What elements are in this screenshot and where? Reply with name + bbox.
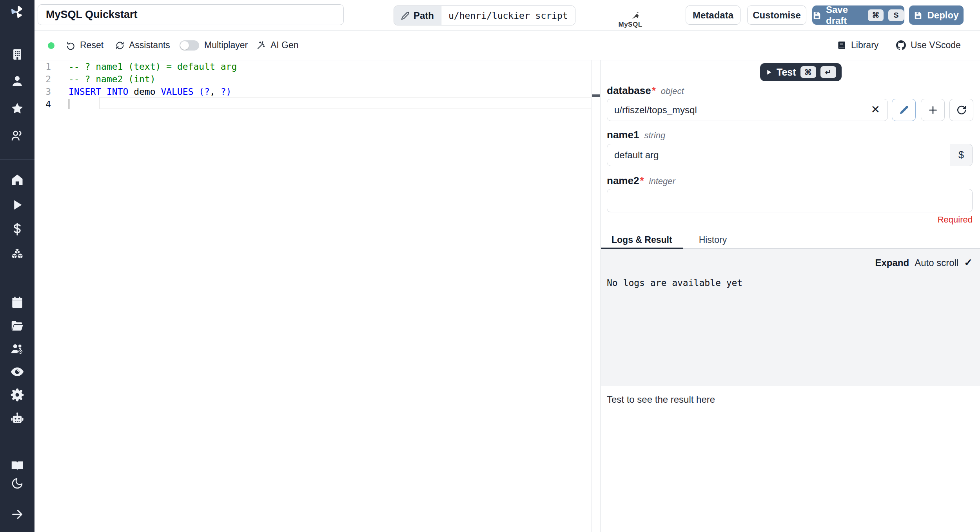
field-name: database [607, 85, 651, 97]
sidebar-item-home[interactable] [9, 172, 25, 188]
path-label: Path [414, 10, 434, 21]
database-input-wrap: ✕ [607, 99, 888, 121]
multiplayer-label-item[interactable]: Multiplayer [204, 31, 248, 60]
sidebar-item-audit-logs[interactable] [9, 364, 25, 380]
metadata-button[interactable]: Metadata [686, 5, 740, 25]
windmill-logo-icon[interactable] [9, 4, 25, 20]
save-draft-button[interactable]: Save draft ⌘ S [812, 5, 904, 25]
logs-empty-text: No logs are available yet [607, 278, 742, 288]
save-icon [813, 11, 821, 20]
mysql-logo-text: MySQL [618, 22, 642, 27]
current-line-highlight [99, 97, 624, 109]
path-button[interactable]: Path u/henri/luckier_script [394, 5, 575, 25]
sidebar-item-favorites[interactable] [9, 101, 25, 116]
edit-resource-button[interactable] [892, 99, 916, 121]
sql-keyword: INSERT INTO [69, 87, 128, 97]
name1-input-wrap: $ [607, 144, 973, 166]
save-draft-label: Save draft [826, 4, 863, 26]
sidebar-item-schedules[interactable] [9, 295, 25, 310]
sidebar-item-groups-admin[interactable] [9, 341, 25, 356]
overview-ruler-marker [592, 94, 600, 97]
reset-button[interactable]: Reset [67, 31, 103, 60]
database-resource-input[interactable] [607, 99, 888, 121]
sidebar-item-profile[interactable] [9, 73, 25, 89]
sidebar-item-variables[interactable] [9, 221, 25, 237]
field-type: string [644, 130, 665, 141]
multiplayer-toggle[interactable] [180, 40, 199, 51]
code-line-3: INSERT INTO demo VALUES (?, ?) [69, 85, 231, 98]
required-asterisk: * [640, 175, 644, 187]
kbd-cmd: ⌘ [868, 9, 884, 21]
play-icon [766, 69, 772, 76]
expand-logs-button[interactable]: Expand [875, 257, 909, 268]
sidebar-divider [0, 498, 34, 498]
multiplayer-label: Multiplayer [204, 40, 248, 51]
magic-wand-icon [257, 41, 266, 50]
insert-variable-button[interactable]: $ [950, 144, 972, 166]
code-line-2: -- ? name2 (int) [69, 73, 156, 85]
sidebar [0, 0, 34, 532]
dark-mode-toggle-icon[interactable] [9, 476, 25, 491]
path-label-segment[interactable]: Path [394, 6, 441, 25]
metadata-label: Metadata [693, 10, 733, 21]
add-resource-button[interactable] [921, 99, 945, 121]
line-number-active: 4 [34, 98, 51, 110]
auto-scroll-checkbox[interactable]: ✓ [964, 257, 973, 269]
clear-resource-icon[interactable]: ✕ [871, 104, 880, 116]
sidebar-item-workspace[interactable] [9, 47, 25, 62]
sidebar-item-settings[interactable] [9, 387, 25, 403]
text-cursor [69, 99, 69, 109]
field-name: name1 [607, 129, 639, 141]
sql-identifier: demo [128, 87, 161, 97]
sidebar-item-folders[interactable] [9, 318, 25, 333]
library-label: Library [851, 40, 878, 51]
script-title-input[interactable] [38, 4, 344, 25]
kbd-enter: ↵ [820, 66, 836, 78]
required-error: Required [938, 215, 973, 225]
test-label: Test [777, 67, 796, 78]
refresh-resource-button[interactable] [949, 99, 973, 121]
expand-sidebar-icon[interactable] [9, 507, 25, 522]
field-label-database: database* object [607, 85, 684, 97]
use-vscode-label: Use VScode [911, 40, 961, 51]
sidebar-divider [0, 159, 34, 160]
path-value[interactable]: u/henri/luckier_script [441, 6, 575, 25]
code-line-4 [69, 98, 101, 110]
sidebar-item-resources[interactable] [9, 246, 25, 262]
sql-comment: -- ? name2 (int) [69, 74, 156, 84]
pane-splitter[interactable] [591, 60, 601, 532]
code-editor[interactable]: 1 2 3 4 -- ? name1 (text) = default arg … [34, 60, 591, 532]
test-button[interactable]: Test ⌘ ↵ [760, 63, 842, 81]
book-icon [837, 41, 846, 50]
tab-history[interactable]: History [688, 232, 738, 248]
undo-icon [67, 41, 75, 50]
github-icon [896, 40, 906, 50]
logs-controls: Expand Auto scroll ✓ [875, 257, 973, 269]
name1-input[interactable] [607, 144, 973, 166]
windmill-script-editor: Path u/henri/luckier_script MySQL Metada… [0, 0, 980, 532]
name2-input[interactable] [607, 189, 973, 212]
library-button[interactable]: Library [837, 31, 878, 60]
kbd-cmd: ⌘ [800, 66, 816, 78]
deploy-button[interactable]: Deploy [909, 5, 964, 25]
assistants-button[interactable]: Assistants [116, 31, 170, 60]
customise-button[interactable]: Customise [747, 5, 806, 25]
sidebar-item-docs[interactable] [9, 458, 25, 474]
reset-label: Reset [80, 40, 103, 51]
sidebar-item-workers[interactable] [9, 411, 25, 426]
field-type: integer [649, 176, 675, 186]
ai-gen-label: AI Gen [270, 40, 299, 51]
required-asterisk: * [652, 85, 656, 97]
tab-logs-result[interactable]: Logs & Result [601, 232, 683, 248]
ai-gen-button[interactable]: AI Gen [257, 31, 299, 60]
mysql-language-logo: MySQL [607, 3, 654, 27]
sql-keyword: VALUES [161, 87, 193, 97]
sidebar-item-members[interactable] [9, 128, 25, 143]
line-number: 2 [34, 73, 51, 85]
sidebar-item-runs[interactable] [9, 197, 25, 213]
run-preview-panel: Test ⌘ ↵ database* object ✕ name1 [601, 60, 980, 532]
toggle-knob [180, 41, 189, 50]
use-vscode-button[interactable]: Use VScode [896, 31, 961, 60]
connection-status-dot [48, 42, 54, 49]
pencil-icon [401, 11, 410, 20]
